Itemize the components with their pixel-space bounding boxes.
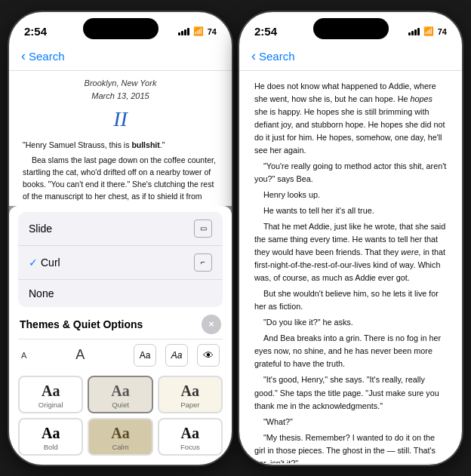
time-left: 2:54 <box>24 25 47 38</box>
theme-quiet-aa: Aa <box>111 383 129 398</box>
rp-8: "It's good, Henry," she says. "It's real… <box>254 373 447 412</box>
wifi-icon-right: 📶 <box>423 26 434 36</box>
theme-grid: Aa Original Aa Quiet Aa Paper Aa Bold <box>18 376 223 456</box>
book-date: March 13, 2015 <box>23 90 218 103</box>
theme-original[interactable]: Aa Original <box>18 376 83 413</box>
rp-4: That he met Addie, just like he wrote, t… <box>254 220 447 284</box>
wifi-icon: 📶 <box>193 26 204 36</box>
rp-0: He does not know what happened to Addie,… <box>254 80 447 157</box>
font-large-label: A <box>75 347 85 363</box>
back-button-left[interactable]: ‹ Search <box>21 48 65 64</box>
back-button-right[interactable]: ‹ Search <box>251 48 295 64</box>
slide-label: Slide <box>29 223 52 235</box>
nav-bar-right: ‹ Search <box>239 45 462 71</box>
signal-icon-right <box>408 27 420 35</box>
theme-focus[interactable]: Aa Focus <box>158 418 223 456</box>
back-arrow-icon-right: ‹ <box>251 48 256 64</box>
themes-title: Themes & Quiet Options <box>20 318 143 330</box>
back-label-right: Search <box>259 50 295 63</box>
dynamic-island-left <box>83 18 159 39</box>
font-size-bar: A A Aa Aa 👁 <box>18 339 223 371</box>
rp-7: And Bea breaks into a grin. There is no … <box>254 332 447 370</box>
rp-6: "Do you like it?" he asks. <box>254 316 447 329</box>
rp-2: Henry looks up. <box>254 189 447 201</box>
book-content-right: He does not know what happened to Addie,… <box>239 71 462 463</box>
slide-icon-box: ▭ <box>194 220 212 238</box>
theme-quiet[interactable]: Aa Quiet <box>88 376 152 413</box>
rp-9: "What?" <box>254 416 447 428</box>
themes-header: Themes & Quiet Options × <box>18 312 223 339</box>
signal-icon <box>178 27 189 35</box>
font-style-button-2[interactable]: Aa <box>165 344 188 367</box>
time-right: 2:54 <box>254 25 277 38</box>
theme-paper-aa: Aa <box>181 383 199 398</box>
theme-bold-label: Bold <box>44 443 58 451</box>
theme-original-aa: Aa <box>42 383 60 398</box>
status-icons-right: 📶 74 <box>408 26 447 36</box>
book-header: Brooklyn, New York March 13, 2015 II <box>23 77 218 132</box>
theme-focus-label: Focus <box>180 443 200 451</box>
slide-option-curl[interactable]: ✓ Curl ⌐ <box>18 246 223 280</box>
page-number: 524 <box>239 463 462 465</box>
right-phone: 2:54 📶 74 ‹ Search He does not know what… <box>239 12 462 465</box>
theme-paper-label: Paper <box>180 401 199 409</box>
back-arrow-icon: ‹ <box>21 48 26 64</box>
status-icons-left: 📶 74 <box>178 26 217 36</box>
curl-label: Curl <box>41 256 60 269</box>
theme-focus-aa: Aa <box>181 425 199 441</box>
curl-icon-box: ⌐ <box>194 253 212 272</box>
slide-menu: Slide ▭ ✓ Curl ⌐ None Themes & Quiet Opt… <box>9 206 232 465</box>
rp-1: "You're really going to method actor thi… <box>254 160 447 186</box>
theme-calm-label: Calm <box>112 443 128 451</box>
font-small-label: A <box>21 351 26 360</box>
check-icon: ✓ <box>29 256 38 269</box>
para-0: "Henry Samuel Strauss, this is bullshit.… <box>23 139 218 151</box>
phones-container: 2:54 📶 74 ‹ Search Brooklyn, New York <box>2 5 469 472</box>
nav-bar-left: ‹ Search <box>9 45 232 71</box>
rp-5: But she wouldn't believe him, so he lets… <box>254 287 447 313</box>
theme-quiet-label: Quiet <box>112 401 129 409</box>
battery-level: 74 <box>208 27 217 36</box>
theme-calm-aa: Aa <box>111 425 129 441</box>
none-label: None <box>29 287 54 299</box>
battery-level-right: 74 <box>438 27 447 36</box>
theme-calm[interactable]: Aa Calm <box>88 418 152 456</box>
back-label-left: Search <box>29 50 65 63</box>
rp-10: "My thesis. Remember? I wanted to do it … <box>254 431 447 463</box>
theme-bold-aa: Aa <box>42 425 60 441</box>
slide-option-none[interactable]: None <box>18 280 223 307</box>
left-phone: 2:54 📶 74 ‹ Search Brooklyn, New York <box>9 12 232 465</box>
slide-option-slide[interactable]: Slide ▭ <box>18 212 223 246</box>
eye-icon-button[interactable]: 👁 <box>197 344 220 367</box>
theme-paper[interactable]: Aa Paper <box>158 376 223 413</box>
font-style-button-1[interactable]: Aa <box>134 344 156 367</box>
dynamic-island-right <box>313 18 389 39</box>
font-icons: Aa Aa 👁 <box>134 344 220 367</box>
chapter-number: II <box>23 106 218 132</box>
book-location: Brooklyn, New York <box>23 77 218 91</box>
slide-options: Slide ▭ ✓ Curl ⌐ None <box>18 212 223 307</box>
theme-bold[interactable]: Aa Bold <box>18 418 83 456</box>
overlay-panel: Slide ▭ ✓ Curl ⌐ None Themes & Quiet Opt… <box>9 206 232 465</box>
rp-3: He wants to tell her it's all true. <box>254 204 447 217</box>
theme-original-label: Original <box>38 401 63 409</box>
close-button[interactable]: × <box>202 315 221 334</box>
